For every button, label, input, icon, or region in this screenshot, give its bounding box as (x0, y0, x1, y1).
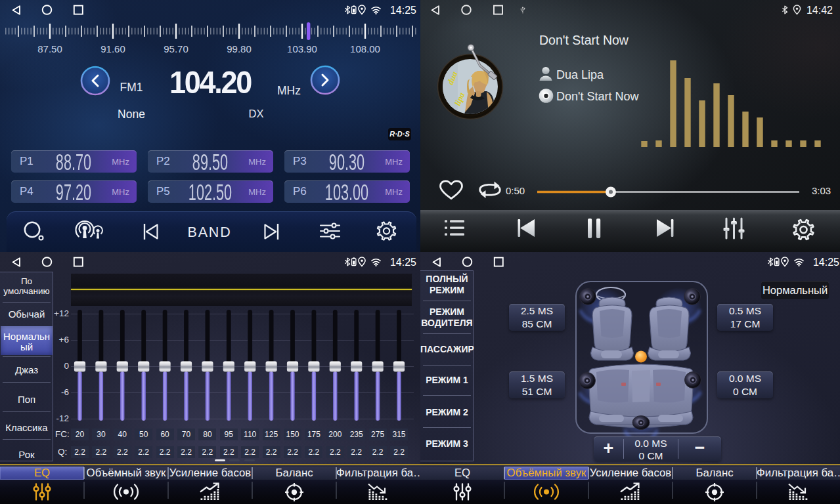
svg-text:14:25: 14:25 (813, 257, 839, 268)
svg-text:14:25: 14:25 (390, 5, 416, 16)
svg-text:14:25: 14:25 (390, 257, 416, 268)
svg-text:14:42: 14:42 (807, 5, 833, 16)
svg-text:BAND: BAND (188, 224, 232, 240)
